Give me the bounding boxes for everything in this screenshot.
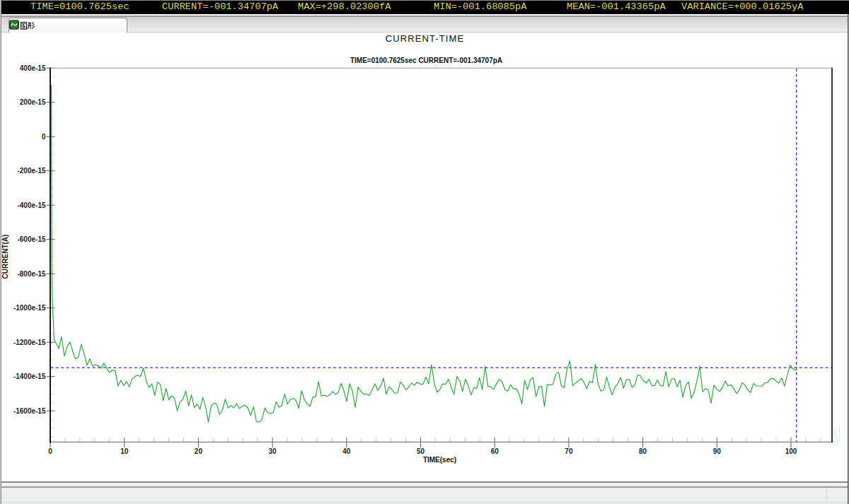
svg-text:10: 10 — [120, 447, 129, 455]
svg-text:CURRENT(A): CURRENT(A) — [1, 235, 9, 279]
svg-text:-1400e-15: -1400e-15 — [13, 373, 46, 380]
svg-text:60: 60 — [491, 447, 499, 455]
svg-text:-600e-15: -600e-15 — [17, 235, 45, 243]
svg-text:0: 0 — [48, 447, 52, 455]
svg-text:70: 70 — [565, 447, 573, 455]
svg-text:-200e-15: -200e-15 — [17, 167, 45, 175]
svg-text:200e-15: 200e-15 — [20, 98, 46, 106]
svg-text:-1200e-15: -1200e-15 — [13, 339, 46, 346]
svg-text:100: 100 — [785, 447, 797, 455]
svg-text:90: 90 — [713, 447, 722, 455]
svg-text:TIME(sec): TIME(sec) — [423, 456, 456, 464]
svg-text:50: 50 — [417, 447, 425, 455]
svg-text:400e-15: 400e-15 — [20, 64, 46, 72]
svg-text:TIME=0100.7625sec CURRENT=-001: TIME=0100.7625sec CURRENT=-001.34707pA — [350, 57, 502, 64]
svg-text:20: 20 — [195, 447, 203, 455]
svg-text:30: 30 — [269, 447, 277, 455]
svg-text:-1600e-15: -1600e-15 — [13, 407, 46, 415]
svg-text:CURRENT-TIME: CURRENT-TIME — [386, 33, 464, 44]
svg-text:40: 40 — [342, 447, 351, 455]
svg-text:0: 0 — [42, 133, 46, 141]
svg-text:-400e-15: -400e-15 — [17, 201, 45, 209]
svg-text:80: 80 — [639, 447, 647, 455]
svg-text:-800e-15: -800e-15 — [17, 270, 45, 278]
svg-text:-1000e-15: -1000e-15 — [13, 304, 46, 312]
